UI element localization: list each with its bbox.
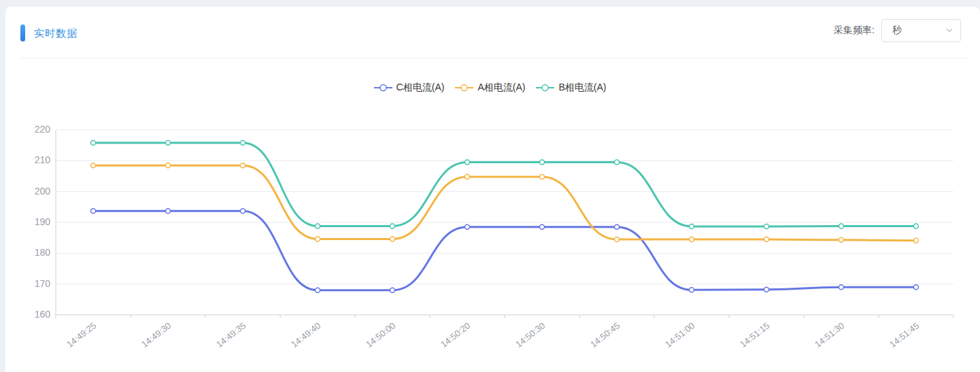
y-axis-label: 200: [14, 186, 50, 197]
data-point: [166, 163, 171, 168]
data-point: [465, 224, 470, 229]
data-point: [690, 224, 694, 229]
chart-area: C相电流(A)A相电流(A)B相电流(A) 160170180190200210…: [0, 0, 980, 372]
data-point: [615, 224, 620, 229]
series-line-A相电流(A): [93, 165, 916, 241]
data-point: [241, 141, 246, 146]
y-axis-label: 160: [14, 309, 50, 320]
y-axis-label: 180: [14, 247, 50, 258]
chart-canvas[interactable]: [0, 0, 980, 372]
data-point: [615, 160, 620, 165]
data-point: [839, 285, 844, 290]
data-point: [690, 237, 694, 241]
data-point: [166, 209, 171, 214]
data-point: [241, 163, 246, 168]
data-point: [91, 163, 96, 168]
y-axis-label: 170: [14, 278, 50, 289]
data-point: [316, 288, 320, 292]
data-point: [91, 209, 96, 214]
data-point: [465, 160, 470, 165]
data-point: [540, 174, 545, 179]
y-axis-label: 210: [14, 154, 50, 165]
data-point: [540, 160, 545, 165]
y-axis-label: 190: [14, 216, 50, 227]
y-axis-label: 220: [14, 124, 50, 135]
series-line-B相电流(A): [93, 143, 916, 226]
data-point: [914, 238, 919, 243]
data-point: [764, 224, 769, 229]
data-point: [914, 285, 919, 290]
data-point: [316, 224, 320, 229]
data-point: [914, 224, 919, 229]
series-line-C相电流(A): [93, 211, 916, 290]
data-point: [839, 224, 844, 229]
data-point: [390, 237, 395, 241]
data-point: [839, 237, 844, 242]
data-point: [316, 237, 320, 241]
data-point: [390, 224, 395, 229]
data-point: [615, 237, 620, 241]
data-point: [91, 141, 96, 146]
data-point: [764, 237, 769, 241]
data-point: [166, 141, 171, 146]
data-point: [390, 288, 395, 292]
data-point: [465, 174, 470, 179]
data-point: [540, 224, 545, 229]
data-point: [241, 209, 246, 214]
data-point: [690, 288, 694, 292]
data-point: [764, 287, 769, 292]
